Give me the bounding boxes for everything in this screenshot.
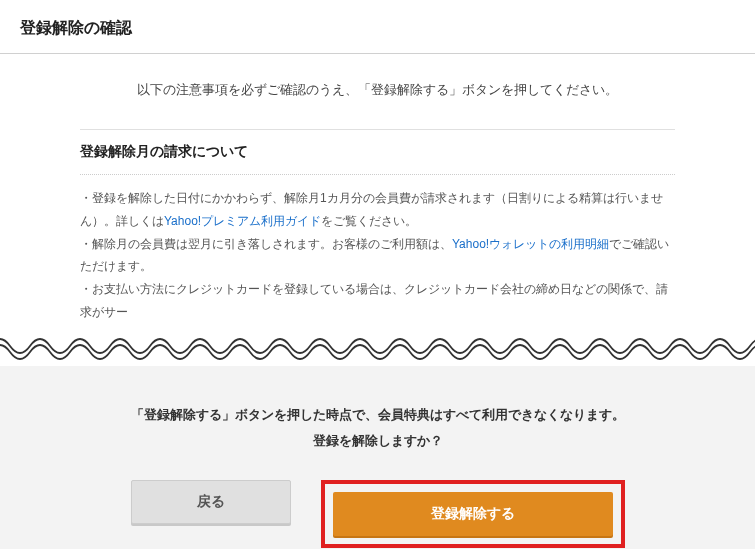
main-content: 以下の注意事項を必ずご確認のうえ、「登録解除する」ボタンを押してください。 登録… (0, 54, 755, 332)
intro-text: 以下の注意事項を必ずご確認のうえ、「登録解除する」ボタンを押してください。 (80, 54, 675, 129)
page-title: 登録解除の確認 (20, 18, 735, 39)
unregister-button[interactable]: 登録解除する (333, 492, 613, 536)
button-row: 戻る 登録解除する (0, 480, 755, 548)
wallet-detail-link[interactable]: Yahoo!ウォレットの利用明細 (452, 237, 609, 251)
bullet-3: ・お支払い方法にクレジットカードを登録している場合は、クレジットカード会社の締め… (80, 278, 675, 324)
bullet-1-post: をご覧ください。 (321, 214, 417, 228)
page-header: 登録解除の確認 (0, 0, 755, 54)
truncation-wave (0, 326, 755, 366)
confirm-text-1: 「登録解除する」ボタンを押した時点で、会員特典はすべて利用できなくなります。 (0, 406, 755, 424)
billing-notes: ・登録を解除した日付にかかわらず、解除月1カ月分の会員費が請求されます（日割りに… (80, 175, 675, 332)
confirm-text-2: 登録を解除しますか？ (0, 432, 755, 450)
bullet-1: ・登録を解除した日付にかかわらず、解除月1カ月分の会員費が請求されます（日割りに… (80, 187, 675, 233)
premium-guide-link[interactable]: Yahoo!プレミアム利用ガイド (164, 214, 321, 228)
unregister-highlight-box: 登録解除する (321, 480, 625, 548)
confirmation-footer: 「登録解除する」ボタンを押した時点で、会員特典はすべて利用できなくなります。 登… (0, 366, 755, 549)
back-button[interactable]: 戻る (131, 480, 291, 524)
bullet-2: ・解除月の会員費は翌月に引き落しされます。お客様のご利用額は、Yahoo!ウォレ… (80, 233, 675, 279)
section-title: 登録解除月の請求について (80, 129, 675, 175)
bullet-2-pre: ・解除月の会員費は翌月に引き落しされます。お客様のご利用額は、 (80, 237, 452, 251)
